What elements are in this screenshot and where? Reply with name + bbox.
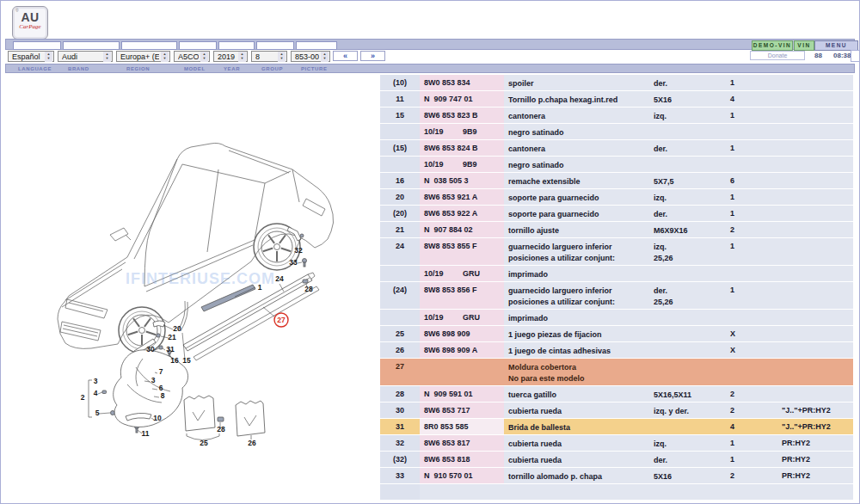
callout-27[interactable]: 27: [277, 316, 286, 324]
table-row-21[interactable]: 21N 907 884 02tornillo ajusteM6X9X162: [380, 222, 853, 237]
callout-31[interactable]: 31: [166, 345, 175, 353]
callout-33[interactable]: 33: [289, 258, 298, 267]
table-row-20[interactable]: 208W6 853 921 Asoporte para guarnecidoiz…: [380, 189, 853, 205]
select-model[interactable]: A5CO▲▼: [174, 51, 210, 62]
pos-cell[interactable]: 28: [380, 386, 420, 402]
pos-cell[interactable]: (24): [380, 282, 420, 309]
part-cell[interactable]: 8W6 898 909: [420, 326, 504, 341]
part-cell[interactable]: 8W6 853 717: [420, 403, 504, 418]
callout-16[interactable]: 16: [170, 356, 179, 365]
callout-2[interactable]: 2: [81, 393, 85, 402]
table-row-31[interactable]: 318R0 853 585Brida de ballesta4"J.."+PR:…: [380, 419, 853, 434]
part-number[interactable]: 8W6 853 824 B: [424, 144, 478, 152]
part-cell[interactable]: 10/19GRU: [420, 310, 504, 325]
part-cell[interactable]: 8W6 853 817: [420, 435, 504, 451]
part-cell[interactable]: 8R0 853 585: [420, 419, 504, 434]
part-number[interactable]: 8W6 853 823 B: [424, 111, 478, 120]
select-picture[interactable]: 853-00▲▼: [291, 51, 330, 62]
part-cell[interactable]: [420, 484, 504, 500]
pos-cell[interactable]: 32: [380, 435, 420, 451]
part-number[interactable]: 8W6 853 921 A: [424, 193, 477, 201]
pos-cell[interactable]: 27: [380, 359, 420, 385]
table-row-30[interactable]: 308W6 853 717cubierta ruedaizq. y der.2"…: [380, 403, 853, 418]
part-number[interactable]: 8W8 853 855 F: [424, 242, 477, 250]
select-language[interactable]: Español▲▼: [8, 51, 54, 62]
part-cell[interactable]: N 909 747 01: [420, 91, 504, 107]
callout-7[interactable]: 7: [159, 367, 163, 376]
pos-cell[interactable]: (32): [380, 452, 420, 467]
table-row-24[interactable]: 248W8 853 855 Fguarnecido larguero infer…: [380, 238, 853, 265]
pos-cell[interactable]: [380, 266, 420, 281]
part-number[interactable]: N 910 570 01: [424, 471, 473, 480]
header-slot-region[interactable]: [121, 41, 177, 50]
callout-15[interactable]: 15: [182, 356, 191, 365]
next-page-button[interactable]: »: [360, 51, 385, 61]
pos-cell[interactable]: [380, 310, 420, 325]
part-cell[interactable]: 8W0 853 834: [420, 75, 504, 90]
part-cell[interactable]: N 909 591 01: [420, 386, 504, 402]
callout-10[interactable]: 10: [153, 414, 162, 422]
part-cell[interactable]: N 907 884 02: [420, 222, 504, 237]
callout-28[interactable]: 28: [217, 425, 225, 433]
table-row-15[interactable]: 158W6 853 823 Bcantoneraizq.1: [380, 108, 853, 123]
table-row-27[interactable]: 27Moldura cobertoraNo para este modelo: [380, 359, 853, 385]
part-number[interactable]: 8W0 853 834: [424, 78, 470, 87]
callout-8[interactable]: 8: [161, 391, 165, 400]
pos-cell[interactable]: 31: [380, 419, 420, 434]
pos-cell[interactable]: 20: [380, 189, 420, 205]
header-slot-brand[interactable]: [63, 41, 120, 50]
part-number[interactable]: 8W6 898 909 A: [424, 346, 477, 354]
part-cell[interactable]: 8W8 853 856 F: [420, 282, 504, 309]
table-row-25[interactable]: 258W6 898 9091 juego piezas de fijacionX: [380, 326, 853, 341]
callout-25[interactable]: 25: [200, 439, 208, 447]
part-number[interactable]: 10/19: [424, 160, 444, 169]
select-region[interactable]: Europa+ (EU)▲▼: [116, 51, 170, 62]
callout-28[interactable]: 28: [304, 285, 313, 293]
part-number[interactable]: 8W6 853 717: [424, 406, 470, 415]
part-cell[interactable]: 8W6 853 921 A: [420, 189, 504, 205]
pos-cell[interactable]: 24: [380, 238, 420, 265]
table-row-33[interactable]: 33N 910 570 01tornillo alomado p. chapa5…: [380, 468, 853, 483]
part-number[interactable]: 8W6 898 909: [424, 329, 470, 338]
callout-20[interactable]: 20: [173, 324, 181, 333]
part-number[interactable]: N 909 591 01: [424, 390, 473, 398]
select-year[interactable]: 2019 H▲▼: [213, 51, 248, 62]
pos-cell[interactable]: 11: [380, 91, 420, 107]
pos-cell[interactable]: [380, 157, 420, 172]
table-row[interactable]: [380, 484, 853, 500]
status-box[interactable]: [851, 50, 860, 62]
table-row-24[interactable]: (24)8W8 853 856 Fguarnecido larguero inf…: [380, 282, 853, 309]
part-cell[interactable]: 10/199B9: [420, 124, 504, 139]
callout-32[interactable]: 32: [294, 246, 303, 255]
part-number[interactable]: 8W6 853 818: [424, 455, 470, 464]
table-row-15[interactable]: (15)8W6 853 824 Bcantonerader.1: [380, 140, 853, 156]
donate-button[interactable]: Donate: [750, 51, 805, 60]
part-number[interactable]: N 038 505 3: [424, 176, 469, 185]
table-row[interactable]: 10/199B9negro satinado: [380, 124, 853, 139]
select-brand[interactable]: Audi▲▼: [58, 51, 113, 62]
part-number[interactable]: 8W6 853 922 A: [424, 209, 477, 218]
part-cell[interactable]: 10/19GRU: [420, 266, 504, 281]
header-slot-language[interactable]: [13, 41, 61, 50]
callout-11[interactable]: 11: [142, 429, 150, 438]
part-number[interactable]: 10/19: [424, 127, 444, 136]
header-slot-group[interactable]: [256, 41, 294, 50]
pos-cell[interactable]: 15: [380, 108, 420, 123]
part-cell[interactable]: 10/199B9: [420, 157, 504, 172]
callout-3[interactable]: 3: [94, 377, 98, 385]
header-slot-year[interactable]: [218, 41, 255, 50]
pos-cell[interactable]: [380, 124, 420, 139]
part-number[interactable]: N 909 747 01: [424, 95, 473, 103]
pos-cell[interactable]: (15): [380, 140, 420, 156]
part-number[interactable]: 10/19: [424, 313, 444, 322]
pos-cell[interactable]: 33: [380, 468, 420, 483]
pos-cell[interactable]: (10): [380, 75, 420, 90]
callout-21[interactable]: 21: [168, 333, 176, 341]
select-group[interactable]: 8▲▼: [251, 51, 287, 62]
callout-3[interactable]: 3: [151, 376, 156, 384]
table-row-16[interactable]: 16N 038 505 3remache extensible5X7,56: [380, 173, 853, 188]
part-cell[interactable]: 8W6 853 922 A: [420, 206, 504, 221]
callout-5[interactable]: 5: [95, 409, 100, 417]
part-cell[interactable]: 8W6 853 823 B: [420, 108, 504, 123]
pos-cell[interactable]: 16: [380, 173, 420, 188]
